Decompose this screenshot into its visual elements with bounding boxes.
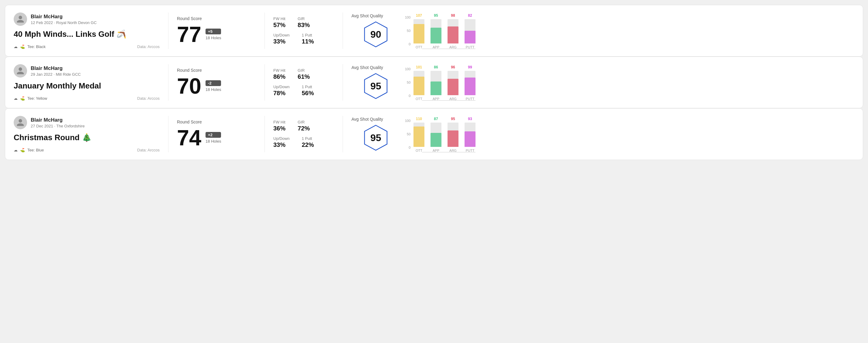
- bar-wrapper: [447, 123, 459, 147]
- round-card: Blair McHarg 27 Dec 2021 · The Oxfordshi…: [5, 108, 863, 160]
- bar-x-label: OTT: [415, 149, 422, 152]
- tee-info: ☁ ⛳ Tee: Black: [14, 44, 45, 49]
- stat-one-putt: 1 Putt 22%: [302, 136, 314, 148]
- player-info: Blair McHarg 29 Jan 2022 · Mill Ride GCC: [14, 64, 160, 77]
- bar-fill: [413, 24, 425, 43]
- score-holes: 18 Holes: [206, 87, 221, 92]
- player-meta: 27 Dec 2021 · The Oxfordshire: [31, 124, 85, 128]
- gir-value: 72%: [298, 125, 310, 132]
- shot-quality-chart: 100 50 0 101 OTT 86 APP 96: [400, 64, 854, 101]
- updown-label: Up/Down: [273, 85, 289, 89]
- updown-label: Up/Down: [273, 136, 289, 141]
- bar-fill: [431, 133, 441, 147]
- fw-hit-value: 86%: [273, 73, 285, 80]
- stats-row-top: FW Hit 86% GIR 61%: [273, 68, 334, 80]
- hexagon-container: 95: [362, 72, 390, 100]
- bar-group-ott: 107 OTT: [413, 13, 425, 49]
- bar-chart: 100 50 0 110 OTT 87 APP 95: [405, 116, 854, 152]
- bar-fill: [447, 79, 459, 95]
- bar-chart: 100 50 0 107 OTT 95 APP 98: [405, 12, 854, 49]
- stats-row-bottom: Up/Down 33% 1 Putt 22%: [273, 136, 334, 148]
- quality-score: 95: [370, 81, 381, 92]
- bar-wrapper: [413, 19, 425, 43]
- bar-wrapper: [465, 123, 475, 147]
- user-icon: [16, 67, 25, 75]
- gir-label: GIR: [298, 17, 310, 21]
- stat-gir: GIR 61%: [298, 68, 310, 80]
- score-detail: +5 18 Holes: [206, 29, 221, 40]
- round-score-label: Round Score: [177, 16, 256, 21]
- y-axis: 100 50 0: [405, 67, 412, 98]
- bar-fill: [413, 76, 425, 95]
- updown-label: Up/Down: [273, 33, 289, 37]
- updown-value: 33%: [273, 142, 289, 148]
- stats-section: FW Hit 86% GIR 61% Up/Down 78% 1 Putt: [273, 64, 334, 101]
- data-source: Data: Arccos: [137, 44, 160, 49]
- bar-wrapper: [413, 71, 425, 95]
- bar-group-ott: 101 OTT: [413, 65, 425, 101]
- quality-section: Avg Shot Quality 95: [351, 64, 400, 101]
- fw-hit-value: 36%: [273, 125, 285, 132]
- stats-row-top: FW Hit 36% GIR 72%: [273, 120, 334, 132]
- fw-hit-value: 57%: [273, 22, 285, 29]
- stats-row-bottom: Up/Down 33% 1 Putt 11%: [273, 33, 334, 45]
- score-badge: -2: [206, 80, 221, 86]
- hexagon-container: 95: [362, 124, 390, 151]
- round-left-section: Blair McHarg 29 Jan 2022 · Mill Ride GCC…: [14, 64, 160, 101]
- player-meta: 12 Feb 2022 · Royal North Devon GC: [31, 20, 97, 25]
- bar-value-label: 101: [416, 65, 422, 69]
- quality-label: Avg Shot Quality: [351, 13, 383, 18]
- player-name: Blair McHarg: [31, 14, 97, 20]
- stat-fw-hit: FW Hit 86%: [273, 68, 285, 80]
- bar-chart: 100 50 0 101 OTT 86 APP 96: [405, 64, 854, 101]
- stats-section: FW Hit 36% GIR 72% Up/Down 33% 1 Putt: [273, 116, 334, 152]
- bottom-row: ☁ ⛳ Tee: Black Data: Arccos: [14, 44, 160, 49]
- bar-group-arg: 98 ARG: [447, 13, 459, 49]
- round-left-section: Blair McHarg 12 Feb 2022 · Royal North D…: [14, 12, 160, 49]
- score-detail: +2 18 Holes: [206, 132, 221, 144]
- hexagon-shape: 95: [362, 124, 390, 151]
- tee-label: Tee: Yellow: [27, 96, 47, 101]
- one-putt-label: 1 Putt: [302, 136, 314, 141]
- round-score-label: Round Score: [177, 120, 256, 124]
- player-name-group: Blair McHarg 12 Feb 2022 · Royal North D…: [31, 14, 97, 25]
- bar-fill: [431, 82, 441, 95]
- vertical-divider: [265, 64, 265, 101]
- updown-value: 78%: [273, 90, 289, 97]
- avatar: [14, 116, 27, 129]
- shot-quality-chart: 100 50 0 110 OTT 87 APP 95: [400, 116, 854, 152]
- bar-wrapper: [465, 71, 475, 95]
- score-number: 77: [177, 23, 201, 45]
- stat-gir: GIR 72%: [298, 120, 310, 132]
- score-section: Round Score 70 -2 18 Holes: [177, 64, 256, 101]
- user-icon: [16, 15, 25, 23]
- hexagon-shape: 95: [362, 72, 390, 100]
- weather-icon: ☁: [14, 96, 18, 101]
- score-row: 70 -2 18 Holes: [177, 75, 256, 97]
- gir-label: GIR: [298, 120, 310, 124]
- bottom-row: ☁ ⛳ Tee: Yellow Data: Arccos: [14, 96, 160, 101]
- player-meta: 29 Jan 2022 · Mill Ride GCC: [31, 72, 81, 76]
- bar-fill: [447, 27, 459, 43]
- bar-value-label: 98: [451, 13, 455, 18]
- round-title: Christmas Round 🎄: [14, 133, 160, 142]
- tee-label: Tee: Black: [27, 44, 45, 49]
- bar-group-arg: 96 ARG: [447, 65, 459, 101]
- chart-baseline: [422, 100, 475, 101]
- player-info: Blair McHarg 12 Feb 2022 · Royal North D…: [14, 12, 160, 26]
- bar-fill: [465, 77, 475, 95]
- weather-icon: ☁: [14, 148, 18, 152]
- one-putt-value: 22%: [302, 142, 314, 148]
- player-name-group: Blair McHarg 29 Jan 2022 · Mill Ride GCC: [31, 65, 81, 76]
- round-card: Blair McHarg 12 Feb 2022 · Royal North D…: [5, 5, 863, 57]
- bar-fill: [465, 131, 475, 147]
- stats-section: FW Hit 57% GIR 83% Up/Down 33% 1 Putt: [273, 12, 334, 49]
- vertical-divider: [343, 116, 343, 152]
- quality-section: Avg Shot Quality 95: [351, 116, 400, 152]
- stats-row-bottom: Up/Down 78% 1 Putt 56%: [273, 85, 334, 97]
- vertical-divider: [168, 116, 168, 152]
- bar-group-putt: 99 PUTT: [465, 65, 475, 101]
- hexagon-container: 90: [362, 21, 390, 48]
- bar-wrapper: [431, 19, 441, 43]
- bar-group-ott: 110 OTT: [413, 117, 425, 152]
